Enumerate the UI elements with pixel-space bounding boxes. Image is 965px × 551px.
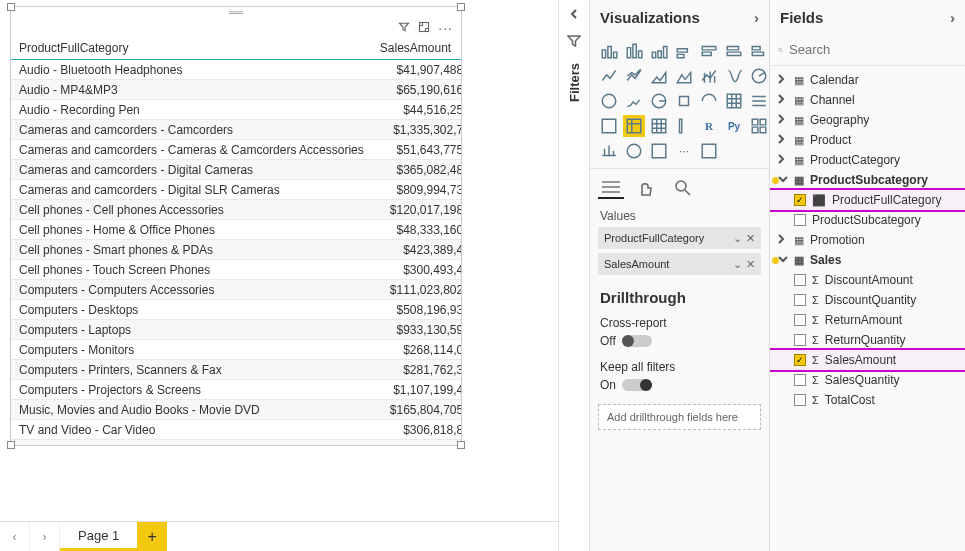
table-row[interactable]: Cameras and camcorders - Cameras & Camco… [11,140,461,160]
viz-type-22[interactable] [623,115,645,137]
table-row[interactable]: Cell phones - Cell phones Accessories$12… [11,200,461,220]
checkbox[interactable] [794,394,806,406]
table-sales[interactable]: ▦Sales [770,250,965,270]
table-row[interactable]: Cell phones - Home & Office Phones$48,33… [11,220,461,240]
table-productsubcategory[interactable]: ▦ProductSubcategory [770,170,965,190]
cross-report-toggle[interactable]: Off [600,334,759,348]
table-product[interactable]: ▦Product [770,130,965,150]
table-row[interactable]: Cameras and camcorders - Digital Cameras… [11,160,461,180]
table-row[interactable]: Cell phones - Touch Screen Phones$300,49… [11,260,461,280]
add-page-button[interactable]: + [137,522,167,551]
field-salesamount[interactable]: ✓ΣSalesAmount [770,350,965,370]
checkbox-checked[interactable]: ✓ [794,194,806,206]
table-calendar[interactable]: ▦Calendar [770,70,965,90]
viz-type-10[interactable] [673,65,695,87]
checkbox[interactable] [794,314,806,326]
viz-type-5[interactable] [723,40,745,62]
page-tab-1[interactable]: Page 1 [60,522,137,551]
viz-type-29[interactable] [623,140,645,162]
checkbox[interactable] [794,294,806,306]
visual-drag-grip[interactable]: ══ [11,7,461,21]
table-row[interactable]: Music, Movies and Audio Books - Movie DV… [11,400,461,420]
fields-search[interactable] [770,34,965,66]
drillthrough-drop-zone[interactable]: Add drillthrough fields here [598,404,761,430]
values-field-salesamount[interactable]: SalesAmount ⌄✕ [598,253,761,275]
resize-handle-bl[interactable] [7,441,15,449]
viz-type-23[interactable] [648,115,670,137]
report-canvas[interactable]: ══ ··· ProductFullCategory SalesAmount A… [0,0,558,551]
table-row[interactable]: Cameras and camcorders - Camcorders$1,33… [11,120,461,140]
chevron-down-icon[interactable]: ⌄ [733,232,742,245]
col-header-category[interactable]: ProductFullCategory [11,37,372,60]
viz-type-8[interactable] [623,65,645,87]
checkbox-checked[interactable]: ✓ [794,354,806,366]
table-row[interactable]: TV and Video - Car Video$306,818,844.52 [11,420,461,440]
checkbox[interactable] [794,274,806,286]
viz-type-26[interactable]: Py [723,115,745,137]
chevron-down-icon[interactable]: ⌄ [733,258,742,271]
page-next-button[interactable]: › [30,522,60,551]
viz-type-12[interactable] [723,65,745,87]
viz-type-18[interactable] [698,90,720,112]
viz-type-0[interactable] [598,40,620,62]
viz-type-24[interactable] [673,115,695,137]
field-totalcost[interactable]: ΣTotalCost [770,390,965,410]
checkbox[interactable] [794,374,806,386]
viz-type-11[interactable] [698,65,720,87]
collapse-fields-pane-icon[interactable]: › [950,9,955,26]
analytics-tab-icon[interactable] [670,177,696,199]
remove-field-icon[interactable]: ✕ [746,258,755,271]
viz-type-27[interactable] [748,115,770,137]
viz-type-31[interactable]: ··· [673,140,695,162]
viz-type-21[interactable] [598,115,620,137]
field-productsubcategory[interactable]: ProductSubcategory [770,210,965,230]
table-channel[interactable]: ▦Channel [770,90,965,110]
field-productfullcategory[interactable]: ✓⬛ProductFullCategory [770,190,965,210]
viz-type-2[interactable] [648,40,670,62]
field-returnquantity[interactable]: ΣReturnQuantity [770,330,965,350]
resize-handle-tl[interactable] [7,3,15,11]
field-returnamount[interactable]: ΣReturnAmount [770,310,965,330]
field-discountamount[interactable]: ΣDiscountAmount [770,270,965,290]
values-field-productfullcategory[interactable]: ProductFullCategory ⌄✕ [598,227,761,249]
keep-filters-toggle[interactable]: On [600,378,759,392]
viz-type-14[interactable] [598,90,620,112]
more-options-icon[interactable]: ··· [438,24,453,32]
viz-type-15[interactable] [623,90,645,112]
field-salesquantity[interactable]: ΣSalesQuantity [770,370,965,390]
viz-type-25[interactable]: R [698,115,720,137]
viz-type-32[interactable] [698,140,720,162]
resize-handle-tr[interactable] [457,3,465,11]
focus-mode-icon[interactable] [418,21,430,36]
table-geography[interactable]: ▦Geography [770,110,965,130]
viz-type-20[interactable] [748,90,770,112]
remove-field-icon[interactable]: ✕ [746,232,755,245]
viz-type-4[interactable] [698,40,720,62]
table-row[interactable]: Computers - Desktops$508,196,937.084 [11,300,461,320]
viz-type-16[interactable] [648,90,670,112]
page-prev-button[interactable]: ‹ [0,522,30,551]
filter-icon[interactable] [398,21,410,36]
viz-type-6[interactable] [748,40,770,62]
table-row[interactable]: TV and Video - Home Theater System$709,1… [11,440,461,446]
viz-type-9[interactable] [648,65,670,87]
field-discountquantity[interactable]: ΣDiscountQuantity [770,290,965,310]
table-row[interactable]: Cell phones - Smart phones & PDAs$423,38… [11,240,461,260]
viz-type-1[interactable] [623,40,645,62]
col-header-sales[interactable]: SalesAmount [372,37,461,60]
collapse-viz-pane-icon[interactable]: › [754,9,759,26]
table-row[interactable]: Computers - Computers Accessories$111,02… [11,280,461,300]
viz-type-3[interactable] [673,40,695,62]
viz-type-28[interactable] [598,140,620,162]
search-input[interactable] [789,42,957,57]
viz-type-17[interactable] [673,90,695,112]
checkbox[interactable] [794,334,806,346]
expand-filters-icon[interactable] [569,8,579,22]
table-row[interactable]: Audio - MP4&MP3$65,190,616.3964 [11,80,461,100]
viz-type-30[interactable] [648,140,670,162]
filters-pane-collapsed[interactable]: Filters [558,0,590,551]
viz-type-19[interactable] [723,90,745,112]
viz-type-13[interactable] [748,65,770,87]
table-row[interactable]: Audio - Bluetooth Headphones$41,907,488.… [11,60,461,80]
table-row[interactable]: Cameras and camcorders - Digital SLR Cam… [11,180,461,200]
